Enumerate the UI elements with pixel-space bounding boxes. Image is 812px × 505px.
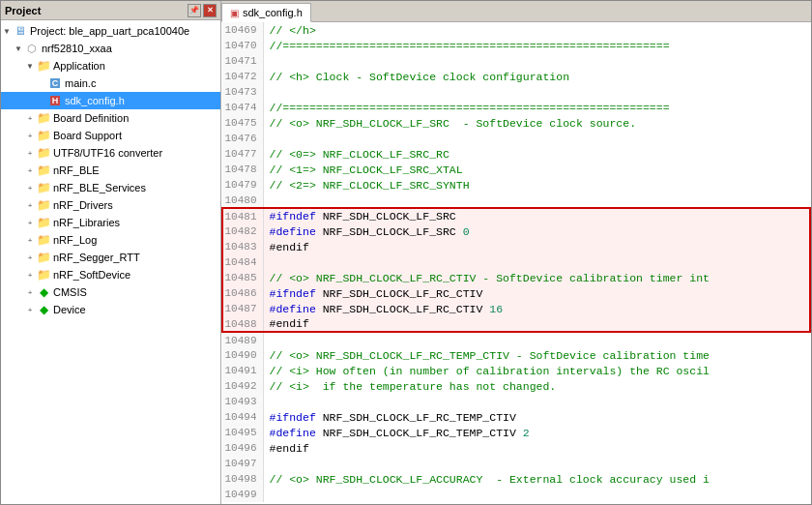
tree-item-nrf_soft[interactable]: +📁nRF_SoftDevice [1,266,220,283]
tree-toggle-root[interactable]: ▼ [1,25,13,37]
code-editor[interactable]: 10469// </h>10470//=====================… [221,22,811,504]
line-number: 10485 [222,270,263,285]
tree-toggle-nrf_drivers[interactable]: + [24,199,36,211]
line-number: 10474 [222,100,263,115]
line-number: 10491 [222,363,263,378]
line-number: 10490 [222,347,263,363]
line-number: 10484 [222,254,263,270]
line-content: #endif [263,239,810,254]
code-line: 10492// <i> if the temperature has not c… [222,378,810,394]
line-content [263,332,810,347]
line-content: #ifndef NRF_SDH_CLOCK_LF_RC_CTIV [263,285,810,301]
code-line: 10491// <i> How often (in number of cali… [222,363,810,378]
code-line: 10483#endif [222,239,810,254]
tree-toggle-nrf_soft[interactable]: + [24,269,36,281]
tree-label-cmsis: CMSIS [53,286,87,298]
line-content: #define NRF_SDH_CLOCK_LF_RC_CTIV 16 [263,301,810,316]
code-line: 10499 [222,487,810,502]
line-content: // </h> [263,22,810,38]
line-number: 10471 [222,53,263,69]
panel-close-button[interactable]: ✕ [203,4,217,17]
code-line: 10481#ifndef NRF_SDH_CLOCK_LF_SRC [222,208,810,223]
tree-toggle-main_c[interactable] [36,77,47,89]
tree-item-nrf_segger[interactable]: +📁nRF_Segger_RTT [1,249,220,266]
code-line: 10488#endif [222,316,810,332]
line-number: 10493 [222,394,263,409]
tree-toggle-utf8[interactable]: + [24,147,36,159]
code-line: 10484 [222,254,810,270]
tree-item-nrf52810[interactable]: ▼⬡nrf52810_xxaa [1,40,220,57]
line-number: 10479 [222,177,263,193]
code-line: 10480 [222,193,810,208]
tree-item-nrf_lib[interactable]: +📁nRF_Libraries [1,214,220,231]
tree-toggle-nrf_segger[interactable]: + [24,252,36,263]
tree-toggle-nrf_ble_srv[interactable]: + [24,182,36,193]
tree-item-sdk_config[interactable]: Hsdk_config.h [1,92,220,109]
folder-icon: 📁 [36,129,51,142]
chip-icon: ⬡ [24,42,40,55]
line-number: 10492 [222,378,263,394]
tree-toggle-cmsis[interactable]: + [24,286,36,298]
tree-toggle-board_sup[interactable]: + [24,130,36,141]
panel-title: Project [5,5,41,16]
tab-sdk-config[interactable]: ▣ sdk_config.h [221,3,311,22]
line-number: 10497 [222,456,263,471]
tree-toggle-sdk_config[interactable] [36,95,47,106]
tree-label-device: Device [53,304,86,315]
line-content: // <2=> NRF_CLOCK_LF_SRC_SYNTH [263,177,810,193]
line-content: #ifndef NRF_SDH_CLOCK_LF_RC_TEMP_CTIV [263,409,810,425]
tree-toggle-application[interactable]: ▼ [24,60,36,72]
line-content: // <i> if the temperature has not change… [263,378,810,394]
tree-toggle-nrf_log[interactable]: + [24,234,36,246]
line-number: 10487 [222,301,263,316]
tree-item-nrf_log[interactable]: +📁nRF_Log [1,231,220,249]
tree-label-board_sup: Board Support [53,130,122,141]
line-number: 10481 [222,208,263,223]
line-content: // <i> How often (in number of calibrati… [263,363,810,378]
code-line: 10469// </h> [222,22,810,38]
folder-icon: 📁 [36,146,51,160]
tree-item-utf8[interactable]: +📁UTF8/UTF16 converter [1,144,220,162]
line-content [263,193,810,208]
line-number: 10477 [222,146,263,162]
code-line: 10490// <o> NRF_SDH_CLOCK_LF_RC_TEMP_CTI… [222,347,810,363]
line-content: //======================================… [263,100,810,115]
folder-icon: 📁 [36,216,51,229]
tree-item-nrf_ble_srv[interactable]: +📁nRF_BLE_Services [1,179,220,196]
code-line: 10494#ifndef NRF_SDH_CLOCK_LF_RC_TEMP_CT… [222,409,810,425]
code-line: 10477// <0=> NRF_CLOCK_LF_SRC_RC [222,146,810,162]
line-content: #ifndef NRF_SDH_CLOCK_LF_SRC [263,208,810,223]
tree-item-main_c[interactable]: Cmain.c [1,74,220,92]
tree-label-main_c: main.c [65,77,96,89]
tree-item-cmsis[interactable]: +◆CMSIS [1,283,220,301]
tree-toggle-board_def[interactable]: + [24,112,36,124]
tree-item-device[interactable]: +◆Device [1,301,220,318]
tree-toggle-device[interactable]: + [24,304,36,315]
tree-item-board_def[interactable]: +📁Board Definition [1,109,220,127]
code-line: 10485// <o> NRF_SDH_CLOCK_LF_RC_CTIV - S… [222,270,810,285]
code-line: 10476 [222,131,810,146]
code-line: 10487#define NRF_SDH_CLOCK_LF_RC_CTIV 16 [222,301,810,316]
panel-pin-button[interactable]: 📌 [188,4,201,17]
line-content [263,487,810,502]
tree-item-root[interactable]: ▼🖥Project: ble_app_uart_pca10040e [1,22,220,40]
line-number: 10470 [222,38,263,53]
code-line: 10470//=================================… [222,38,810,53]
code-line: 10471 [222,53,810,69]
line-content: #endif [263,440,810,456]
tree-label-sdk_config: sdk_config.h [65,95,125,106]
tree-item-board_sup[interactable]: +📁Board Support [1,127,220,144]
tree-toggle-nrf_ble[interactable]: + [24,164,36,176]
tree-toggle-nrf52810[interactable]: ▼ [13,43,24,54]
line-content: // <1=> NRF_CLOCK_LF_SRC_XTAL [263,162,810,177]
code-line: 10472// <h> Clock - SoftDevice clock con… [222,69,810,84]
tree-item-nrf_ble[interactable]: +📁nRF_BLE [1,162,220,179]
tree-item-application[interactable]: ▼📁Application [1,57,220,74]
code-line: 10478// <1=> NRF_CLOCK_LF_SRC_XTAL [222,162,810,177]
folder-icon: 📁 [36,163,51,177]
tree-item-nrf_drivers[interactable]: +📁nRF_Drivers [1,196,220,214]
code-line: 10479// <2=> NRF_CLOCK_LF_SRC_SYNTH [222,177,810,193]
tree-toggle-nrf_lib[interactable]: + [24,217,36,228]
project-panel: Project 📌 ✕ ▼🖥Project: ble_app_uart_pca1… [1,1,221,504]
green-diamond-icon: ◆ [36,303,51,316]
